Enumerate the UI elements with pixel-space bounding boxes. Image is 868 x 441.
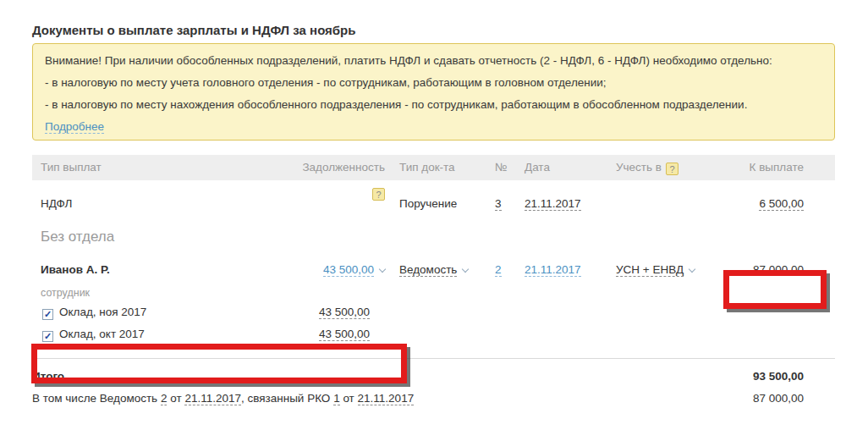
employee-account-in-link[interactable]: УСН + ЕНВД [616,263,684,277]
doc-type-chevron-down-icon[interactable] [462,266,469,273]
details-link[interactable]: Подробнее [45,120,104,134]
warning-banner: Внимание! При наличии обособленных подра… [32,43,835,141]
salary-row-oct: ✓Оклад, окт 2017 43 500,00 [32,326,835,343]
employee-date-link[interactable]: 21.11.2017 [525,263,581,277]
salary-oct-checkbox[interactable]: ✓ [42,331,53,342]
detail-statement-number-link[interactable]: 2 [161,392,168,405]
ndfl-amount-link[interactable]: 6 500,00 [759,197,804,211]
detail-amount: 87 000,00 [734,390,835,407]
warning-line-1: Внимание! При наличии обособленных подра… [45,50,822,72]
employee-name: Иванов А. Р. [32,262,286,278]
employee-role-label: сотрудник [32,287,835,299]
detail-row: В том числе Ведомость 2 от 21.11.2017, с… [32,390,835,407]
ndfl-date-link[interactable]: 21.11.2017 [525,197,581,211]
department-label: Без отдела [32,228,835,246]
salary-nov-amount-link[interactable]: 43 500,00 [319,306,370,319]
salary-oct-label: Оклад, окт 2017 [59,328,145,340]
total-row: Итого 93 500,00 [32,368,835,385]
total-amount: 93 500,00 [734,368,835,385]
employee-doc-type-cell: Ведомость [385,262,495,278]
detail-text: В том числе Ведомость 2 от 21.11.2017, с… [32,390,734,407]
page-title: Документы о выплате зарплаты и НДФЛ за н… [32,0,835,40]
employee-doc-number-link[interactable]: 2 [495,263,502,277]
employee-account-in-cell: УСН + ЕНВД [616,262,734,278]
ndfl-type-label: НДФЛ [32,196,286,212]
employee-doc-type-link[interactable]: Ведомость [399,263,457,277]
detail-rko-number-link[interactable]: 1 [333,392,340,405]
ndfl-doc-number-link[interactable]: 3 [495,197,502,211]
salary-nov-label: Оклад, ноя 2017 [59,306,146,318]
salary-row-nov: ✓Оклад, ноя 2017 43 500,00 [32,304,835,321]
salary-oct-amount-link[interactable]: 43 500,00 [319,328,370,341]
detail-rko-date-link[interactable]: 21.11.2017 [358,392,415,405]
table-header-row: Тип выплат Задолженность? Тип док-та № Д… [32,155,835,180]
detail-statement-date-link[interactable]: 21.11.2017 [184,392,241,405]
account-in-chevron-down-icon[interactable] [689,266,695,273]
total-divider [32,358,835,359]
account-in-help-icon[interactable]: ? [666,163,678,175]
total-label: Итого [32,368,734,385]
employee-to-pay-value: 87 000,00 [734,262,835,278]
payroll-documents-page: Документы о выплате зарплаты и НДФЛ за н… [0,0,868,441]
ndfl-row: НДФЛ Поручение 3 21.11.2017 6 500,00 [32,196,835,212]
employee-row: Иванов А. Р. 43 500,00 Ведомость 2 21.11… [32,262,835,278]
warning-line-3: - в налоговую по месту нахождения обособ… [45,94,822,116]
warning-line-2: - в налоговую по месту учета головного о… [45,72,822,94]
ndfl-doc-type: Поручение [385,196,495,212]
employee-debt-link[interactable]: 43 500,00 [323,263,374,277]
salary-nov-checkbox[interactable]: ✓ [42,309,53,320]
employee-debt-cell: 43 500,00 [286,262,385,278]
